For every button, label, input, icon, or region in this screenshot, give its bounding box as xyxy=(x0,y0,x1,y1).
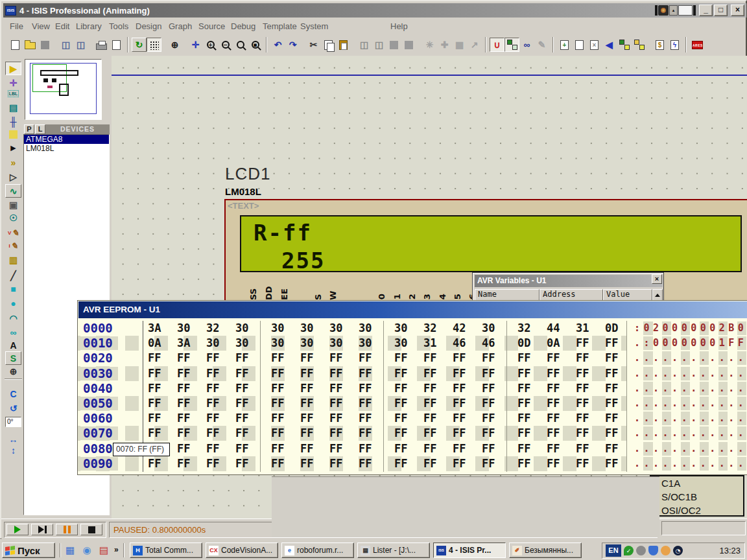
eeprom-byte[interactable]: FF xyxy=(482,396,495,411)
show-desktop-icon[interactable]: ▦ xyxy=(64,544,77,557)
packaging-tool-icon[interactable]: ▦ xyxy=(452,38,467,52)
eeprom-byte[interactable]: FF xyxy=(235,456,248,471)
eeprom-byte[interactable]: FF xyxy=(206,441,219,456)
eeprom-byte[interactable]: FF xyxy=(329,441,342,456)
menu-graph[interactable]: Graph xyxy=(169,21,192,31)
eeprom-byte[interactable]: FF xyxy=(300,441,313,456)
eeprom-byte[interactable]: FF xyxy=(576,411,589,426)
eeprom-byte[interactable]: FF xyxy=(177,381,190,396)
eeprom-byte[interactable]: FF xyxy=(300,396,313,411)
zoom-to-child-icon[interactable] xyxy=(617,38,632,52)
eeprom-byte[interactable]: 32 xyxy=(517,321,530,336)
eeprom-byte[interactable]: FF xyxy=(482,456,495,471)
rotation-angle-input[interactable]: 0° xyxy=(5,417,21,427)
eeprom-byte[interactable]: FF xyxy=(453,351,466,366)
zoom-area-icon[interactable]: ▪ xyxy=(248,38,263,52)
eeprom-byte[interactable]: FF xyxy=(206,351,219,366)
eeprom-byte[interactable]: FF xyxy=(235,351,248,366)
eeprom-byte[interactable]: FF xyxy=(576,456,589,471)
eeprom-byte[interactable]: 3A xyxy=(177,336,190,351)
search-tag-icon[interactable] xyxy=(504,38,519,52)
goto-parent-icon[interactable] xyxy=(632,38,646,52)
text-script-icon[interactable]: ▤ xyxy=(5,100,21,114)
print-icon[interactable] xyxy=(94,38,109,52)
eeprom-byte[interactable]: FF xyxy=(235,411,248,426)
eeprom-byte[interactable]: FF xyxy=(235,396,248,411)
rotate-anticlockwise-icon[interactable]: ↺ xyxy=(5,401,21,415)
eeprom-byte[interactable]: FF xyxy=(359,366,372,381)
eeprom-byte[interactable]: FF xyxy=(453,381,466,396)
eeprom-byte[interactable]: FF xyxy=(177,396,190,411)
eeprom-byte[interactable]: FF xyxy=(482,426,495,441)
eeprom-byte[interactable]: FF xyxy=(453,441,466,456)
eeprom-byte[interactable]: 0A xyxy=(547,336,560,351)
line-2d-icon[interactable]: ╱ xyxy=(5,268,21,282)
eeprom-byte[interactable]: FF xyxy=(423,426,436,441)
eeprom-byte[interactable]: FF xyxy=(300,366,313,381)
menu-help[interactable]: Help xyxy=(390,21,408,31)
eeprom-byte[interactable]: FF xyxy=(300,426,313,441)
task-ie-page[interactable]: eroboforum.r... xyxy=(281,542,354,558)
eeprom-byte[interactable]: 30 xyxy=(482,321,495,336)
eeprom-byte[interactable]: 42 xyxy=(453,321,466,336)
wire-label-icon[interactable]: LBL xyxy=(5,87,21,100)
export-section-icon[interactable]: ◫ xyxy=(73,38,88,52)
play-button[interactable] xyxy=(6,524,29,535)
subcircuit-mode-icon[interactable] xyxy=(5,128,21,141)
eeprom-byte[interactable]: FF xyxy=(547,396,560,411)
eeprom-byte[interactable]: FF xyxy=(177,411,190,426)
bill-of-materials-icon[interactable]: $ xyxy=(652,38,667,52)
eeprom-byte[interactable]: FF xyxy=(517,441,530,456)
eeprom-byte[interactable]: FF xyxy=(329,456,342,471)
minimize-button[interactable]: _ xyxy=(699,5,713,16)
eeprom-byte[interactable]: FF xyxy=(359,426,372,441)
eeprom-byte[interactable]: FF xyxy=(329,396,342,411)
step-button[interactable] xyxy=(31,524,53,535)
eeprom-byte[interactable]: FF xyxy=(482,381,495,396)
eeprom-byte[interactable]: FF xyxy=(329,381,342,396)
undo-icon[interactable]: ↶ xyxy=(270,38,285,52)
title-bar[interactable]: ISIS 4 - ISIS Professional (Animating) ▴… xyxy=(3,3,746,18)
eeprom-byte[interactable]: FF xyxy=(206,426,219,441)
new-file-icon[interactable] xyxy=(8,38,23,52)
eeprom-byte[interactable]: 30 xyxy=(271,336,284,351)
menu-source[interactable]: Source xyxy=(198,21,225,31)
eeprom-byte[interactable]: FF xyxy=(359,396,372,411)
eeprom-byte[interactable]: FF xyxy=(576,426,589,441)
stop-button[interactable] xyxy=(80,524,102,535)
grid-toggle-icon[interactable] xyxy=(147,38,161,52)
eeprom-byte[interactable]: FF xyxy=(271,456,284,471)
eeprom-byte[interactable]: FF xyxy=(394,426,407,441)
library-button[interactable]: L xyxy=(35,124,45,134)
block-copy-icon[interactable]: ◫ xyxy=(357,38,372,52)
variables-column-address[interactable]: Address xyxy=(540,289,603,301)
eeprom-byte[interactable]: FF xyxy=(148,411,161,426)
eeprom-byte[interactable]: FF xyxy=(148,366,161,381)
pan-icon[interactable]: ✛ xyxy=(188,38,203,52)
clock-sync-icon[interactable]: ◔ xyxy=(673,546,683,555)
eeprom-byte[interactable]: FF xyxy=(394,411,407,426)
box-2d-icon[interactable]: ■ xyxy=(5,282,21,296)
menu-file[interactable]: File xyxy=(10,21,23,31)
make-device-icon[interactable]: ✚ xyxy=(437,38,452,52)
task-codevision[interactable]: CXCodeVisionA... xyxy=(206,542,278,558)
eeprom-byte[interactable]: FF xyxy=(300,381,313,396)
zoom-in-icon[interactable]: + xyxy=(203,38,218,52)
tape-recorder-icon[interactable]: ▣ xyxy=(5,198,21,211)
eeprom-byte[interactable]: FF xyxy=(547,366,560,381)
redo-icon[interactable]: ↷ xyxy=(285,38,300,52)
instant-edit-icon[interactable]: ► xyxy=(5,141,21,154)
eeprom-byte[interactable]: 30 xyxy=(206,336,219,351)
eeprom-byte[interactable]: FF xyxy=(547,351,560,366)
eeprom-byte[interactable]: 32 xyxy=(423,321,436,336)
device-item[interactable]: LM018L xyxy=(24,144,109,153)
eeprom-byte[interactable]: FF xyxy=(605,426,618,441)
zoom-all-icon[interactable] xyxy=(233,38,248,52)
wire-autorouter-icon[interactable]: ∪ xyxy=(490,38,504,52)
eeprom-byte[interactable]: 30 xyxy=(329,321,342,336)
eeprom-byte[interactable]: FF xyxy=(394,456,407,471)
eeprom-byte[interactable]: FF xyxy=(605,396,618,411)
eeprom-byte[interactable]: FF xyxy=(206,366,219,381)
variables-column-name[interactable]: Name xyxy=(475,289,540,301)
volume-icon[interactable] xyxy=(636,546,646,555)
